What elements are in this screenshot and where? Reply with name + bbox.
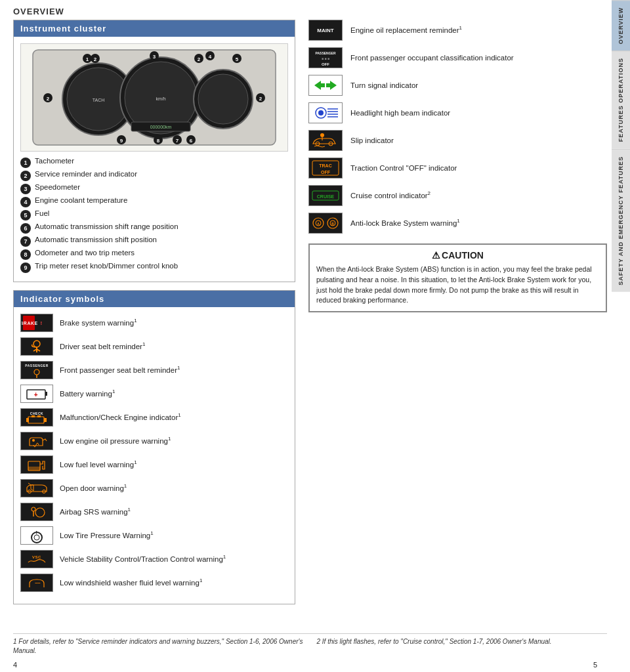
svg-rect-50	[45, 392, 47, 396]
list-item: 9 Trip meter reset knob/Dimmer control k…	[20, 262, 288, 273]
washer-fluid-text: Low windshield washer fluid level warnin…	[60, 578, 202, 588]
svg-rect-86	[309, 75, 342, 95]
door-warning-icon	[20, 479, 53, 497]
svg-text:8: 8	[157, 138, 160, 144]
svg-text:PASSENGER: PASSENGER	[315, 51, 335, 55]
side-tabs: OVERVIEW FEATURES OPERATIONS SAFETY AND …	[612, 0, 630, 672]
svg-point-99	[320, 133, 324, 137]
svg-text:1: 1	[86, 56, 89, 62]
left-column: Instrument cluster TACH	[13, 20, 295, 612]
highbeam-text: Headlight high beam indicator	[350, 108, 450, 118]
side-tab-overview[interactable]: OVERVIEW	[612, 0, 630, 51]
svg-text:~: ~	[37, 580, 41, 586]
svg-text:km/h: km/h	[156, 96, 165, 101]
footnote-2: 2 If this light flashes, refer to "Cruis…	[317, 637, 608, 656]
right-indicator-passenger-occ: PASSENGER ■ ■ ■ OFF Front passenger occu…	[308, 47, 607, 68]
indicator-row-vsc: VSC Vehicle Stability Control/Traction C…	[20, 550, 288, 568]
svg-text:2: 2	[259, 96, 262, 102]
indicator-symbols-content: BRAKE ! Brake system warning1	[14, 307, 295, 604]
caution-title: ⚠CAUTION	[316, 250, 599, 261]
caution-box: ⚠CAUTION When the Anti-lock Brake System…	[308, 243, 607, 312]
instrument-cluster-content: TACH km/h 000000km	[14, 37, 295, 282]
fuel-level-text: Low fuel level warning1	[60, 459, 137, 470]
svg-point-60	[32, 439, 35, 442]
side-tab-features[interactable]: FEATURES OPERATIONS	[612, 51, 630, 148]
main-content: Instrument cluster TACH	[13, 20, 607, 612]
svg-text:9: 9	[120, 138, 123, 144]
svg-rect-96	[309, 131, 342, 150]
svg-rect-55	[26, 418, 29, 422]
cluster-svg: TACH km/h 000000km	[30, 47, 279, 148]
right-indicator-slip: Slip indicator	[308, 130, 607, 151]
page-number-right: 5	[593, 661, 597, 669]
svg-text:4: 4	[209, 54, 212, 60]
cluster-diagram: TACH km/h 000000km	[20, 43, 288, 152]
svg-text:CHECK: CHECK	[30, 411, 43, 415]
airbag-icon	[20, 503, 53, 521]
airbag-text: Airbag SRS warning1	[60, 507, 131, 517]
svg-text:OFF: OFF	[322, 62, 329, 66]
check-engine-text: Malfunction/Check Engine indicator1	[60, 412, 181, 423]
passenger-belt-icon: PASSENGER	[20, 361, 53, 379]
battery-icon: +	[20, 385, 53, 403]
list-item: 5 Fuel	[20, 209, 288, 220]
indicator-row-battery: + Battery warning1	[20, 385, 288, 403]
svg-text:2: 2	[198, 56, 201, 62]
footnote-1: 1 For details, refer to "Service reminde…	[13, 637, 304, 656]
svg-text:MAINT: MAINT	[317, 28, 333, 33]
svg-text:BRAKE: BRAKE	[22, 321, 38, 326]
trac-off-text: Traction Control "OFF" indicator	[350, 163, 457, 173]
fuel-level-icon	[20, 455, 53, 474]
indicator-row-washer: ~ ~ Low windshield washer fluid level wa…	[20, 574, 288, 592]
passenger-belt-text: Front passenger seat belt reminder1	[60, 365, 180, 375]
indicator-row-driver-belt: Driver seat belt reminder1	[20, 337, 288, 356]
battery-text: Battery warning1	[60, 388, 115, 399]
right-indicator-turn-signal: Turn signal indicator	[308, 75, 607, 96]
door-warning-text: Open door warning1	[60, 483, 127, 494]
svg-rect-75	[22, 551, 52, 568]
right-indicator-trac-off: TRAC OFF Traction Control "OFF" indicato…	[308, 158, 607, 178]
indicator-row-brake: BRAKE ! Brake system warning1	[20, 314, 288, 332]
svg-text:000000km: 000000km	[150, 125, 172, 129]
svg-text:TACH: TACH	[93, 98, 105, 102]
svg-text:PASSENGER: PASSENGER	[25, 364, 49, 368]
svg-text:A: A	[317, 222, 320, 226]
svg-rect-56	[44, 418, 47, 422]
vsc-icon: VSC	[20, 550, 53, 568]
indicator-row-oil: Low engine oil pressure warning1	[20, 432, 288, 450]
indicator-row-airbag: Airbag SRS warning1	[20, 503, 288, 521]
abs-icon: A B	[308, 213, 343, 234]
right-indicator-highbeam: Headlight high beam indicator	[308, 102, 607, 123]
instrument-cluster-section: Instrument cluster TACH	[13, 20, 295, 282]
svg-text:+: +	[34, 391, 38, 398]
footnotes: 1 For details, refer to "Service reminde…	[13, 633, 607, 656]
passenger-occ-text: Front passenger occupant classification …	[350, 53, 514, 63]
check-engine-icon: CHECK	[20, 408, 53, 427]
svg-text:5: 5	[236, 56, 239, 62]
driver-belt-icon	[20, 337, 53, 356]
svg-rect-71	[22, 527, 52, 544]
indicator-symbols-title: Indicator symbols	[14, 291, 295, 307]
indicator-row-door: Open door warning1	[20, 479, 288, 497]
right-indicator-maint: MAINT Engine oil replacement reminder1	[308, 20, 607, 41]
side-tab-safety[interactable]: SAFETY AND EMERGENCY FEATURES	[612, 149, 630, 292]
tire-pressure-icon: !	[20, 526, 53, 545]
list-item: 8 Odometer and two trip meters	[20, 249, 288, 260]
svg-rect-57	[32, 415, 35, 417]
oil-pressure-text: Low engine oil pressure warning1	[60, 436, 171, 446]
cruise-icon: CRUISE	[308, 185, 343, 206]
svg-rect-67	[22, 503, 52, 520]
washer-fluid-icon: ~ ~	[20, 574, 53, 592]
cluster-items-list: 1 Tachometer 2 Service reminder and indi…	[20, 157, 288, 273]
list-item: 1 Tachometer	[20, 157, 288, 168]
abs-text: Anti-lock Brake System warning1	[350, 218, 460, 228]
svg-text:!: !	[40, 320, 42, 326]
svg-rect-64	[22, 480, 52, 497]
passenger-occ-icon: PASSENGER ■ ■ ■ OFF	[308, 47, 343, 68]
page-header: OVERVIEW	[13, 7, 64, 16]
list-item: 4 Engine coolant temperature	[20, 196, 288, 207]
svg-text:!: !	[36, 530, 38, 535]
indicator-row-tire: ! Low Tire Pressure Warning1	[20, 526, 288, 545]
svg-text:CRUISE: CRUISE	[317, 194, 335, 199]
cruise-text: Cruise control indicator2	[350, 190, 430, 201]
